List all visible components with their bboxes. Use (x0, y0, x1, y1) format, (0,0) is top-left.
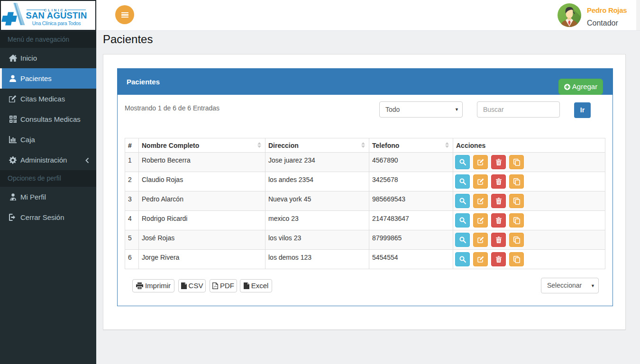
svg-text:SAN AGUSTIN: SAN AGUSTIN (26, 10, 87, 20)
svg-text:Una Clínica para Todos: Una Clínica para Todos (32, 20, 81, 26)
